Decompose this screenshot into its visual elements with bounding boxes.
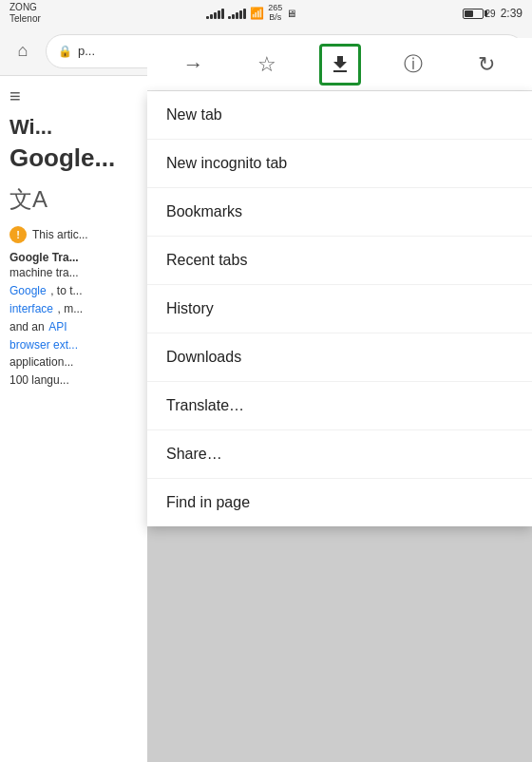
time-display: 2:39	[501, 7, 522, 20]
home-icon: ⌂	[18, 41, 28, 61]
link-interface[interactable]: interface	[10, 302, 53, 315]
link-google[interactable]: Google	[10, 284, 47, 297]
download-icon	[329, 53, 352, 76]
wifi-icon: 📶	[250, 7, 264, 20]
body-text7: 100 langu...	[10, 373, 69, 387]
link-browser-ext[interactable]: browser ext...	[10, 338, 78, 352]
translate-icon: 文A	[10, 184, 138, 215]
google-title: Google...	[10, 143, 138, 173]
address-text: p...	[78, 44, 95, 58]
refresh-button[interactable]: ↻	[466, 44, 507, 86]
body-text6: application...	[10, 355, 73, 369]
home-button[interactable]: ⌂	[8, 36, 38, 67]
body-text1: machine tra...	[10, 264, 138, 281]
dropdown-menu: New tab New incognito tab Bookmarks Rece…	[147, 91, 532, 526]
bookmark-button[interactable]: ☆	[246, 44, 288, 86]
battery-indicator: 29	[463, 9, 496, 19]
carrier2-label: Telenor	[10, 13, 41, 25]
body-text3: , m...	[57, 302, 83, 315]
menu-item-find-in-page[interactable]: Find in page	[147, 479, 532, 526]
link-api[interactable]: API	[48, 320, 66, 333]
carrier-info: ZONG Telenor	[10, 2, 41, 25]
web-menu-icon: ≡	[10, 86, 138, 107]
screen-icon: 🖥	[286, 8, 296, 19]
menu-item-share[interactable]: Share…	[147, 430, 532, 479]
menu-item-new-tab[interactable]: New tab	[147, 91, 532, 140]
data-speed: 265 B/s	[268, 4, 282, 23]
warning-icon: !	[10, 226, 27, 243]
status-bar: ZONG Telenor 📶 265 B/s 🖥	[0, 0, 532, 27]
refresh-icon: ↻	[478, 52, 495, 77]
web-site-name: Wi...	[10, 115, 138, 140]
body-bold: Google Tra...	[10, 251, 138, 264]
menu-item-new-incognito[interactable]: New incognito tab	[147, 140, 532, 188]
lock-icon: 🔒	[58, 45, 72, 58]
dropdown-overlay: → ☆ ⓘ ↻ New tab New incognito tab Bookma…	[147, 38, 532, 762]
body-text4: and an	[10, 320, 45, 333]
menu-item-history[interactable]: History	[147, 285, 532, 333]
menu-item-bookmarks[interactable]: Bookmarks	[147, 188, 532, 237]
signal-bars-1	[206, 8, 224, 19]
download-button[interactable]	[319, 44, 361, 86]
info-button[interactable]: ⓘ	[392, 44, 434, 86]
warning-text: This artic...	[32, 226, 88, 243]
menu-item-recent-tabs[interactable]: Recent tabs	[147, 237, 532, 285]
info-icon: ⓘ	[404, 51, 423, 77]
menu-item-translate[interactable]: Translate…	[147, 382, 532, 430]
forward-icon: →	[183, 52, 204, 77]
carrier1-label: ZONG	[10, 2, 41, 13]
signal-area: 📶 265 B/s 🖥	[206, 4, 296, 23]
warning-box: ! This artic...	[10, 226, 138, 243]
dropdown-toolbar: → ☆ ⓘ ↻	[147, 38, 532, 91]
signal-bars-2	[228, 8, 246, 19]
web-page-content: ≡ Wi... Google... 文A ! This artic... Goo…	[0, 76, 147, 762]
battery-time-area: 29 2:39	[463, 7, 522, 20]
body-text2: , to t...	[50, 284, 82, 297]
forward-button[interactable]: →	[173, 44, 215, 86]
bookmark-icon: ☆	[257, 52, 276, 77]
menu-item-downloads[interactable]: Downloads	[147, 333, 532, 382]
